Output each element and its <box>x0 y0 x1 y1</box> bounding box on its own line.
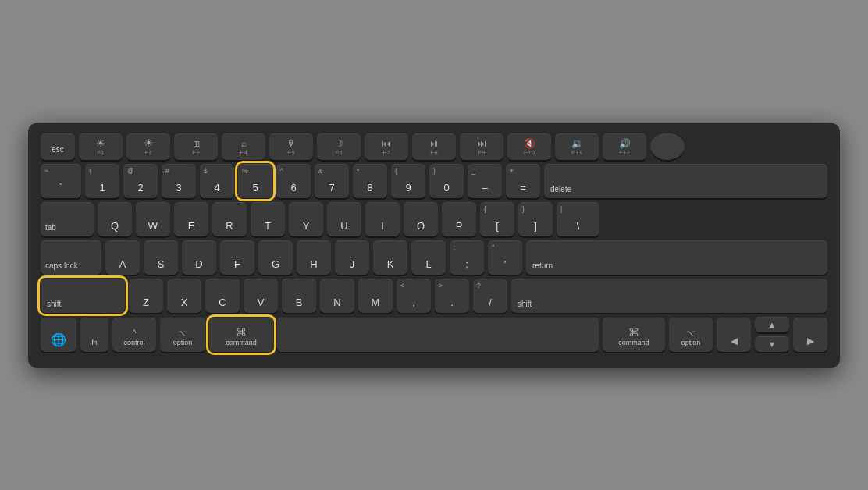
key-v[interactable]: V <box>244 279 278 313</box>
key-f10[interactable]: 🔇 F10 <box>507 133 551 160</box>
key-period[interactable]: > . <box>435 279 469 313</box>
key-9[interactable]: ( 9 <box>391 164 425 198</box>
key-lbracket[interactable]: { [ <box>480 202 514 236</box>
arrow-up-down-group: ▲ ▼ <box>755 317 789 352</box>
key-f9[interactable]: ⏭ F9 <box>460 133 503 160</box>
key-control-left[interactable]: ^ control <box>112 318 156 352</box>
key-7[interactable]: & 7 <box>315 164 349 198</box>
key-globe[interactable]: 🌐 <box>41 318 76 352</box>
key-q[interactable]: Q <box>98 202 132 236</box>
key-minus[interactable]: _ – <box>468 164 502 198</box>
key-backtick[interactable]: ~ ` <box>41 164 81 198</box>
key-d[interactable]: D <box>182 240 216 275</box>
key-shift-left[interactable]: shift <box>41 279 125 313</box>
key-f6[interactable]: ☽ F6 <box>317 133 361 160</box>
key-backslash[interactable]: | \ <box>557 202 599 236</box>
key-z[interactable]: Z <box>129 279 163 313</box>
key-f[interactable]: F <box>220 240 254 275</box>
key-k[interactable]: K <box>373 240 407 275</box>
key-arrow-left[interactable]: ◀ <box>717 318 751 352</box>
key-option-left[interactable]: ⌥ option <box>160 318 205 352</box>
key-option-right[interactable]: ⌥ option <box>669 318 713 352</box>
key-1[interactable]: ! 1 <box>85 164 119 198</box>
key-f2[interactable]: ☀ F2 <box>126 133 170 160</box>
key-semicolon[interactable]: : ; <box>450 240 484 275</box>
key-r[interactable]: R <box>212 202 247 236</box>
key-caps-lock[interactable]: caps lock <box>41 240 101 275</box>
key-shift-right[interactable]: shift <box>511 279 827 313</box>
key-i[interactable]: I <box>365 202 400 236</box>
key-f7[interactable]: ⏮ F7 <box>365 133 408 160</box>
key-quote[interactable]: " ' <box>488 240 522 275</box>
key-g[interactable]: G <box>258 240 293 275</box>
key-rbracket[interactable]: } ] <box>518 202 553 236</box>
key-4[interactable]: $ 4 <box>200 164 234 198</box>
key-command-right[interactable]: ⌘ command <box>603 318 665 352</box>
key-f4[interactable]: ⌕ F4 <box>222 133 265 160</box>
key-j[interactable]: J <box>335 240 369 275</box>
key-delete[interactable]: delete <box>544 164 827 198</box>
key-f5[interactable]: 🎙 F5 <box>269 133 313 160</box>
arrow-keys: ◀ ▲ ▼ ▶ <box>717 317 827 352</box>
key-h[interactable]: H <box>297 240 331 275</box>
key-e[interactable]: E <box>174 202 208 236</box>
key-t[interactable]: T <box>251 202 285 236</box>
key-f1[interactable]: ☀ F1 <box>79 133 123 160</box>
key-l[interactable]: L <box>411 240 446 275</box>
key-2[interactable]: @ 2 <box>123 164 158 198</box>
key-slash[interactable]: ? / <box>473 279 507 313</box>
key-b[interactable]: B <box>282 279 316 313</box>
key-arrow-right[interactable]: ▶ <box>793 318 827 352</box>
key-y[interactable]: Y <box>289 202 323 236</box>
key-x[interactable]: X <box>167 279 201 313</box>
keyboard: esc ☀ F1 ☀ F2 ⊞ F3 ⌕ F4 🎙 F5 ☽ F6 ⏮ F7 <box>28 123 840 368</box>
key-arrow-up[interactable]: ▲ <box>755 317 789 332</box>
key-f11[interactable]: 🔉 F11 <box>555 133 599 160</box>
key-0[interactable]: ) 0 <box>429 164 464 198</box>
key-o[interactable]: O <box>404 202 438 236</box>
key-8[interactable]: * 8 <box>353 164 387 198</box>
key-arrow-down[interactable]: ▼ <box>755 336 789 352</box>
key-p[interactable]: P <box>442 202 476 236</box>
key-5[interactable]: % 5 <box>238 164 272 198</box>
key-f12[interactable]: 🔊 F12 <box>603 133 646 160</box>
key-f8[interactable]: ⏯ F8 <box>412 133 456 160</box>
key-w[interactable]: W <box>136 202 170 236</box>
key-fn[interactable]: fn <box>80 318 108 352</box>
key-6[interactable]: ^ 6 <box>276 164 311 198</box>
key-esc[interactable]: esc <box>41 133 75 160</box>
key-3[interactable]: # 3 <box>162 164 196 198</box>
key-n[interactable]: N <box>320 279 354 313</box>
key-space[interactable] <box>277 318 599 352</box>
key-return[interactable]: return <box>526 240 827 275</box>
key-tab[interactable]: tab <box>41 202 94 236</box>
key-c[interactable]: C <box>205 279 240 313</box>
key-equals[interactable]: + = <box>506 164 540 198</box>
key-a[interactable]: A <box>105 240 140 275</box>
key-comma[interactable]: < , <box>397 279 431 313</box>
key-m[interactable]: M <box>358 279 393 313</box>
key-power[interactable] <box>650 133 685 160</box>
key-f3[interactable]: ⊞ F3 <box>174 133 218 160</box>
key-command-left[interactable]: ⌘ command <box>209 318 273 352</box>
key-u[interactable]: U <box>327 202 361 236</box>
key-s[interactable]: S <box>144 240 178 275</box>
